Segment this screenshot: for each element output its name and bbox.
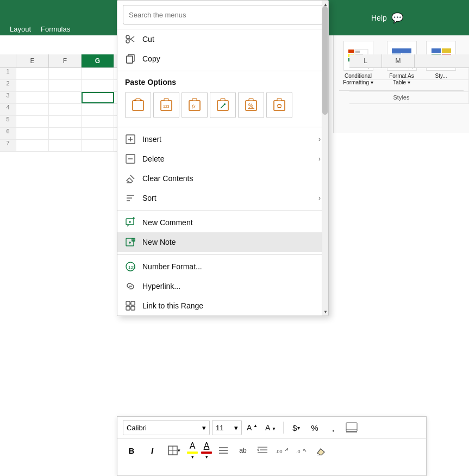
paste-transpose-button[interactable] xyxy=(210,92,236,118)
number-format-menu-item[interactable]: 123 Number Format... xyxy=(117,257,328,276)
delete-menu-item[interactable]: Delete › xyxy=(117,149,328,169)
separator-3 xyxy=(117,210,328,211)
new-note-label: New Note xyxy=(142,238,321,246)
sheet-rows-right xyxy=(349,68,469,104)
italic-button[interactable]: I xyxy=(143,443,161,458)
font-size-selector[interactable]: 11 ▾ xyxy=(212,420,242,435)
font-size-value: 11 xyxy=(216,424,223,432)
cut-menu-item[interactable]: Cut xyxy=(117,29,328,49)
cell-g2 xyxy=(82,80,114,91)
tab-formulas[interactable]: Formulas xyxy=(36,23,74,35)
percent-button[interactable]: % xyxy=(307,420,323,435)
new-note-menu-item[interactable]: New Note xyxy=(117,232,328,252)
cell-l3 xyxy=(349,92,409,103)
font-color-button[interactable]: A ▾ xyxy=(201,441,212,460)
link-range-label: Link to this Range xyxy=(142,301,321,310)
decrease-font-button[interactable]: A ▼ xyxy=(262,420,279,435)
wrap-text-button[interactable]: ab xyxy=(235,443,251,458)
svg-rect-15 xyxy=(442,48,451,53)
align-button[interactable] xyxy=(215,443,232,458)
paste-linked-button[interactable] xyxy=(266,92,292,118)
separator-1 xyxy=(117,71,328,71)
comment-icon[interactable]: 💬 xyxy=(391,12,403,24)
scroll-thumb[interactable] xyxy=(322,6,328,115)
bottom-formatting-toolbar: Calibri ▾ 11 ▾ A ▲ A ▼ xyxy=(117,416,427,476)
italic-label: I xyxy=(151,446,153,455)
bold-button[interactable]: B xyxy=(123,443,140,458)
scroll-down-button[interactable]: ▼ xyxy=(322,308,329,316)
cell-l1 xyxy=(349,68,409,79)
link-range-menu-item[interactable]: Link to this Range xyxy=(117,296,328,316)
increase-decimal-button[interactable]: .00 xyxy=(274,443,290,458)
svg-text:123: 123 xyxy=(163,104,170,108)
currency-button[interactable]: $ ▾ xyxy=(288,420,304,435)
row-num: 1 xyxy=(0,68,16,79)
font-color-dropdown[interactable]: ▾ xyxy=(205,454,208,460)
new-comment-icon xyxy=(125,217,136,228)
font-dropdown-arrow[interactable]: ▾ xyxy=(202,424,206,432)
table-row xyxy=(349,80,469,92)
cell-m3 xyxy=(409,92,469,103)
sort-menu-item[interactable]: Sort › xyxy=(117,188,328,208)
cell-f2 xyxy=(49,80,82,91)
paste-formula-button[interactable]: fx xyxy=(182,92,208,118)
borders-button[interactable]: ▾ xyxy=(164,443,184,458)
currency-dropdown-arrow[interactable]: ▾ xyxy=(297,425,300,431)
svg-rect-38 xyxy=(249,98,253,101)
wrap-label: ab xyxy=(239,447,246,454)
svg-text:fx: fx xyxy=(192,103,196,109)
svg-rect-27 xyxy=(133,101,143,110)
paste-plain-button[interactable] xyxy=(125,92,151,118)
svg-rect-0 xyxy=(348,50,354,53)
hyperlink-label: Hyperlink... xyxy=(142,282,321,290)
new-comment-menu-item[interactable]: New Comment xyxy=(117,213,328,232)
decrease-indent-button[interactable] xyxy=(254,443,271,458)
svg-rect-4 xyxy=(355,51,360,53)
cell-g6 xyxy=(82,128,114,139)
paste-options-row: 123 fx xyxy=(117,89,328,125)
insert-arrow: › xyxy=(318,135,321,143)
context-menu: Cut Copy Paste Options xyxy=(117,0,329,316)
separator-2 xyxy=(117,127,328,127)
paste-formatting-button[interactable]: % xyxy=(238,92,264,118)
col-E: E xyxy=(16,54,49,67)
svg-line-48 xyxy=(130,175,134,179)
increase-font-button[interactable]: A ▲ xyxy=(244,420,260,435)
highlight-color-button[interactable]: A ▾ xyxy=(187,441,198,460)
table-row: 1 xyxy=(0,68,120,80)
paste-values-button[interactable]: 123 xyxy=(153,92,179,118)
font-size-arrow[interactable]: ▾ xyxy=(234,424,238,432)
scissors-icon xyxy=(125,34,136,45)
comma-button[interactable]: , xyxy=(325,420,341,435)
svg-rect-24 xyxy=(127,56,133,63)
tab-layout[interactable]: Layout xyxy=(5,23,35,35)
accounting-format-button[interactable] xyxy=(343,420,360,435)
menu-scrollbar[interactable]: ▲ ▼ xyxy=(322,1,328,316)
cell-e6 xyxy=(16,128,49,139)
hyperlink-menu-item[interactable]: Hyperlink... xyxy=(117,276,328,296)
cell-f4 xyxy=(49,104,82,115)
font-selector[interactable]: Calibri ▾ xyxy=(123,420,210,435)
toolbar-sep-1 xyxy=(283,422,284,434)
row-num: 5 xyxy=(0,116,16,127)
excel-background: 🔍 Sear... Help 💬 Layout Formulas xyxy=(0,0,469,476)
row-num: 4 xyxy=(0,104,16,115)
insert-menu-item[interactable]: Insert › xyxy=(117,129,328,149)
table-row: 7 xyxy=(0,140,120,152)
toolbar-row-1: Calibri ▾ 11 ▾ A ▲ A ▼ xyxy=(117,417,426,439)
borders-dropdown[interactable]: ▾ xyxy=(178,448,180,453)
clear-contents-menu-item[interactable]: Clear Contents xyxy=(117,169,328,188)
table-row xyxy=(349,68,469,80)
highlight-dropdown[interactable]: ▾ xyxy=(191,454,194,460)
link-range-icon xyxy=(125,300,136,311)
copy-menu-item[interactable]: Copy xyxy=(117,49,328,69)
cell-e3 xyxy=(16,92,49,103)
erase-button[interactable] xyxy=(313,443,329,458)
hyperlink-icon xyxy=(125,281,136,292)
table-row: 2 xyxy=(0,80,120,92)
menu-search-input[interactable] xyxy=(123,5,323,24)
decrease-decimal-button[interactable]: .0 xyxy=(293,443,310,458)
col-M: M xyxy=(382,54,415,67)
new-comment-label: New Comment xyxy=(142,218,321,227)
cell-g3 xyxy=(82,92,114,103)
